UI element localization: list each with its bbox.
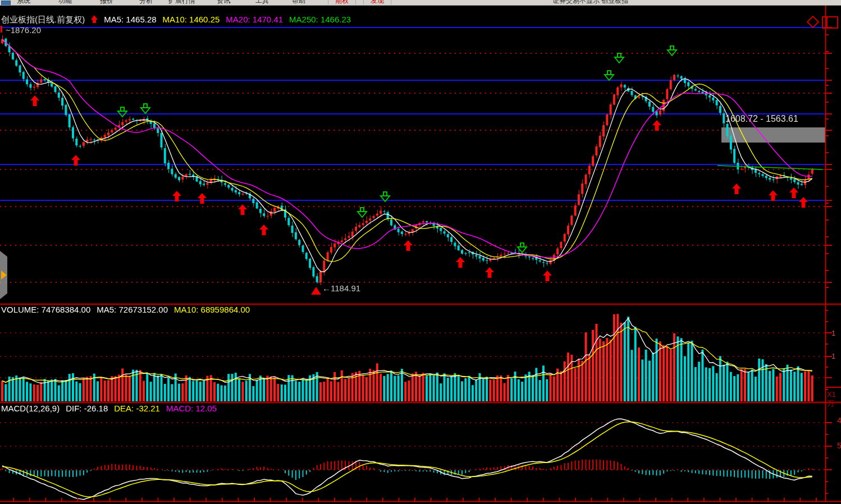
volume-axis-unit: X1万 — [827, 390, 840, 409]
high-tick-mark — [1, 26, 2, 33]
main-ma-value-4: MA250: 1466.23 — [289, 15, 351, 25]
sidebar-expander-tab[interactable] — [0, 251, 7, 299]
menu-item-3[interactable]: 报价 — [100, 0, 113, 4]
menu-item-4[interactable]: 分析 — [139, 0, 153, 4]
menu-item-8[interactable]: 帮助 — [292, 0, 305, 4]
macd-value-3: DEA: -32.21 — [114, 404, 160, 413]
macd-axis-tick-2: 5 — [837, 441, 841, 450]
app-window: 证券交易不显示 创业板指 系统功能报价分析扩展行情资讯工具帮助期权发现 创业板指… — [0, 0, 841, 504]
macd-legend: MACD(12,26,9)DIF: -26.18DEA: -32.21MACD:… — [1, 404, 217, 413]
macd-value-2: DIF: -26.18 — [66, 404, 108, 413]
macd-value-4: MACD: 12.05 — [166, 404, 217, 413]
menu-right-status: 证券交易不显示 创业板指 — [552, 0, 628, 4]
volume-value-2: MA5: 72673152.00 — [97, 305, 168, 314]
volume-legend: VOLUME: 74768384.00MA5: 72673152.00MA10:… — [1, 305, 250, 314]
menu-item-1[interactable]: 系统 — [17, 0, 30, 4]
selection-range-label: 1608.72 - 1563.61 — [725, 114, 798, 124]
app-icon[interactable] — [1, 1, 11, 6]
menu-hot-item-2[interactable]: 发现 — [363, 0, 391, 4]
expander-arrow-icon — [1, 271, 7, 280]
main-ma-value-3: MA20: 1470.41 — [226, 15, 283, 25]
menu-item-7[interactable]: 工具 — [255, 0, 269, 4]
up-arrow-icon — [91, 15, 98, 20]
macd-axis-tick-1: 4 — [837, 416, 841, 425]
main-ma-value-2: MA10: 1460.25 — [163, 15, 220, 25]
volume-axis-tick-1: 1 — [831, 329, 835, 337]
volume-value-3: MA10: 68959864.00 — [174, 305, 250, 314]
menu-bar: 证券交易不显示 创业板指 系统功能报价分析扩展行情资讯工具帮助期权发现 — [0, 0, 841, 6]
split-window-icon[interactable] — [822, 16, 838, 29]
main-chart-legend: 创业板指(日线.前复权) MA5: 1465.28MA10: 1460.25MA… — [1, 15, 351, 25]
volume-value-1: VOLUME: 74768384.00 — [1, 305, 90, 314]
volume-axis-tick-2: 1 — [831, 352, 835, 360]
main-ma-value-1: MA5: 1465.28 — [104, 15, 156, 25]
menu-item-2[interactable]: 功能 — [58, 0, 72, 4]
high-price-label: ~1876.20 — [6, 25, 41, 35]
macd-value-1: MACD(12,26,9) — [1, 404, 60, 413]
instrument-title: 创业板指(日线.前复权) — [1, 15, 85, 25]
menu-item-5[interactable]: 扩展行情 — [168, 0, 195, 4]
menu-hot-item-1[interactable]: 期权 — [328, 0, 356, 4]
menu-item-6[interactable]: 资讯 — [217, 0, 230, 4]
chart-canvas[interactable] — [0, 0, 841, 504]
low-price-label: ←1184.91 — [322, 283, 360, 293]
